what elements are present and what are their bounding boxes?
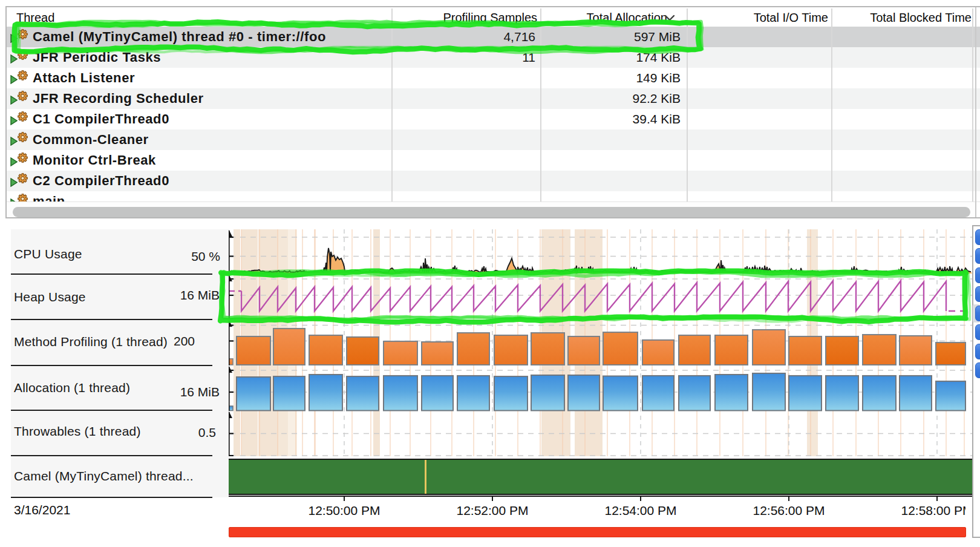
table-row-main[interactable]: main [7,191,980,202]
time-axis [229,496,972,497]
method-profiling-bar[interactable] [531,333,564,365]
allocation-bar[interactable] [422,376,453,411]
column-header-blocked[interactable]: Total Blocked Time [790,9,972,26]
thread-gear-icon [18,29,28,39]
method-profiling-bar[interactable] [422,342,453,365]
lane-button-7[interactable] [975,344,980,359]
time-axis-label: 12:50:00 PM [266,503,423,518]
column-divider[interactable] [687,8,688,202]
expand-arrow-icon[interactable] [10,75,18,84]
horizontal-scrollbar[interactable] [8,202,976,218]
lane-button-8[interactable] [975,362,980,378]
allocation-bar[interactable] [309,375,342,410]
method-profiling-bar[interactable] [457,333,489,365]
time-axis-label: 12:58:00 PM [858,503,965,518]
table-row-camel-mytinycamel-thread-0-timer-foo[interactable]: Camel (MyTinyCamel) thread #0 - timer://… [7,27,980,47]
cell-blocked [789,70,970,87]
method-profiling-bar[interactable] [309,335,342,365]
method-profiling-bar[interactable] [494,335,528,365]
lane-axis-value: 0.5 [113,425,216,441]
allocation-bar[interactable] [568,375,599,411]
method-profiling-bar[interactable] [753,330,785,365]
allocation-bar[interactable] [863,376,896,411]
method-profiling-bar[interactable] [273,329,305,365]
thread-gear-icon [18,111,28,122]
lane-button-3[interactable] [975,267,980,283]
expand-arrow-icon[interactable] [10,34,18,43]
lane-button-1[interactable] [975,229,980,245]
table-row-monitor-ctrl-break[interactable]: Monitor Ctrl-Break [7,150,980,171]
thread-name: Monitor Ctrl-Break [33,152,156,169]
allocation-bar[interactable] [457,376,489,411]
table-row-common-cleaner[interactable]: Common-Cleaner [7,129,980,150]
table-row-c2-compilerthread0[interactable]: C2 CompilerThread0 [7,171,980,191]
allocation-bar[interactable] [642,376,674,411]
allocation-bar[interactable] [679,376,710,411]
expand-arrow-icon[interactable] [10,157,18,166]
method-profiling-bar[interactable] [936,342,965,365]
expand-arrow-icon[interactable] [10,137,18,146]
thread-name: Common-Cleaner [33,131,149,148]
expand-arrow-icon[interactable] [10,96,18,105]
allocation-bar[interactable] [753,373,785,411]
lane-button-6[interactable] [975,324,980,340]
cell-blocked [789,28,970,45]
allocation-bar[interactable] [900,376,932,411]
method-profiling-bar[interactable] [237,336,270,365]
thread-activity-band[interactable] [229,460,972,494]
expand-arrow-icon[interactable] [10,116,18,125]
method-profiling-bar[interactable] [642,340,674,365]
horizontal-scrollbar-thumb[interactable] [13,207,970,217]
method-profiling-bar[interactable] [900,336,932,365]
allocation-bar[interactable] [237,377,270,410]
cell-blocked [789,90,970,107]
thread-gear-icon [18,70,28,80]
timeline-plot[interactable] [229,229,972,456]
expand-arrow-icon[interactable] [10,178,18,187]
allocation-bar[interactable] [826,376,858,411]
timeline-range-bar[interactable] [229,527,966,537]
table-row-c1-compilerthread0[interactable]: C1 CompilerThread039.4 KiB [7,109,980,129]
allocation-bar[interactable] [494,376,528,410]
method-profiling-bar[interactable] [384,341,417,365]
time-axis-label: 12:52:00 PM [414,503,571,518]
method-profiling-bar[interactable] [863,335,896,365]
lane-button-4[interactable] [975,286,980,302]
method-profiling-bar[interactable] [679,335,710,365]
column-divider[interactable] [831,8,832,202]
expand-arrow-icon[interactable] [10,54,18,64]
allocation-bar[interactable] [531,375,564,411]
table-row-jfr-recording-scheduler[interactable]: JFR Recording Scheduler92.2 KiB [7,88,980,109]
allocation-bar[interactable] [273,376,305,410]
time-axis-tick [344,496,345,501]
method-profiling-bar[interactable] [603,332,638,365]
column-divider[interactable] [972,8,973,202]
allocation-bar[interactable] [789,376,822,411]
method-profiling-bar[interactable] [789,336,822,365]
lane-button-5[interactable] [975,306,980,321]
time-axis-label: 12:54:00 PM [562,503,719,518]
lane-separator [11,274,212,275]
lane-separator [11,319,212,320]
lane-label-thread-band: Camel (MyTinyCamel) thread... [14,468,194,484]
allocation-bar[interactable] [384,376,417,411]
thread-table: ThreadProfiling SamplesTotal AllocationT… [5,6,980,218]
cell-blocked [789,193,970,202]
allocation-bar[interactable] [936,381,965,410]
column-header-thread[interactable]: Thread [16,9,319,26]
allocation-bar[interactable] [347,376,379,410]
thread-gear-icon [18,132,28,142]
allocation-bar[interactable] [603,376,638,411]
method-profiling-bar[interactable] [568,336,599,365]
method-profiling-bar[interactable] [826,336,858,365]
column-header-alloc[interactable]: Total Allocation [486,9,667,26]
table-row-jfr-periodic-tasks[interactable]: JFR Periodic Tasks11174 KiB [7,47,980,68]
column-divider[interactable] [540,8,541,202]
allocation-bar[interactable] [715,375,748,410]
method-profiling-bar[interactable] [715,335,748,365]
table-row-attach-listener[interactable]: Attach Listener149 KiB [7,68,980,88]
method-profiling-bar[interactable] [347,337,379,365]
sort-descending-icon [664,15,676,22]
column-divider[interactable] [391,8,393,202]
lane-button-2[interactable] [975,248,980,264]
